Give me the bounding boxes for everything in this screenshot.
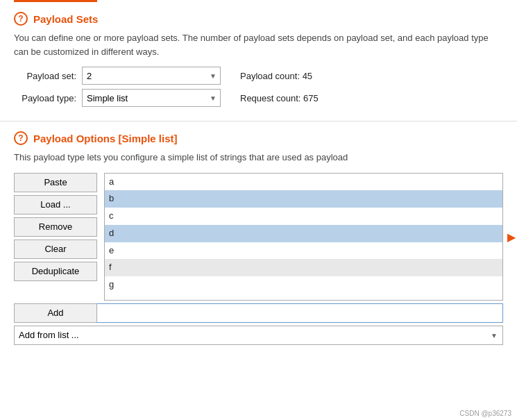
payload-set-label: Payload set: xyxy=(14,71,76,81)
list-area: Paste Load ... Remove Clear Deduplicate … xyxy=(14,173,503,301)
list-item[interactable]: f xyxy=(105,259,502,276)
list-container[interactable]: a b c d e f g xyxy=(104,173,503,301)
payload-sets-section: ? Payload Sets You can define one or mor… xyxy=(0,2,517,121)
payload-type-select-wrapper: Simple list Runtime file Custom iterator… xyxy=(82,89,221,107)
paste-button[interactable]: Paste xyxy=(14,173,97,192)
add-from-list-select[interactable]: Add from list ... xyxy=(14,326,503,345)
payload-options-description: This payload type lets you configure a s… xyxy=(14,151,503,165)
list-item[interactable]: c xyxy=(105,208,502,225)
list-item[interactable]: b xyxy=(105,190,502,208)
payload-sets-description: You can define one or more payload sets.… xyxy=(14,31,503,58)
add-input[interactable] xyxy=(97,303,503,323)
payload-sets-header: ? Payload Sets xyxy=(14,12,503,26)
payload-type-row: Payload type: Simple list Runtime file C… xyxy=(14,89,503,107)
list-item[interactable]: d xyxy=(105,225,502,242)
list-item[interactable]: a xyxy=(105,174,502,191)
remove-button[interactable]: Remove xyxy=(14,217,97,237)
add-row: Add xyxy=(14,303,503,323)
deduplicate-button[interactable]: Deduplicate xyxy=(14,262,97,281)
payload-type-select[interactable]: Simple list Runtime file Custom iterator… xyxy=(82,89,221,107)
payload-options-title: Payload Options [Simple list] xyxy=(33,133,178,144)
payload-sets-title: Payload Sets xyxy=(33,13,98,25)
list-wrapper: a b c d e f g ▶ xyxy=(104,173,503,301)
watermark: CSDN @p36273 xyxy=(459,410,511,417)
scroll-right-arrow[interactable]: ▶ xyxy=(507,230,516,243)
payload-options-help-icon[interactable]: ? xyxy=(14,131,28,145)
add-button[interactable]: Add xyxy=(14,303,97,323)
request-count-label: Request count: 675 xyxy=(240,93,319,103)
payload-options-section: ? Payload Options [Simple list] This pay… xyxy=(0,121,517,355)
list-button-column: Paste Load ... Remove Clear Deduplicate xyxy=(14,173,104,301)
list-item[interactable]: e xyxy=(105,242,502,260)
payload-sets-help-icon[interactable]: ? xyxy=(14,12,28,26)
list-item[interactable]: g xyxy=(105,276,502,294)
payload-set-select[interactable]: 1 2 3 4 xyxy=(82,67,221,85)
payload-set-row: Payload set: 1 2 3 4 ▼ Payload count: 45 xyxy=(14,67,503,85)
load-button[interactable]: Load ... xyxy=(14,195,97,215)
payload-count-label: Payload count: 45 xyxy=(240,71,312,81)
payload-options-header: ? Payload Options [Simple list] xyxy=(14,131,503,145)
payload-set-select-wrapper: 1 2 3 4 ▼ xyxy=(82,67,221,85)
add-from-list-wrapper: Add from list ... ▼ xyxy=(14,326,503,345)
payload-type-label: Payload type: xyxy=(14,93,76,103)
clear-button[interactable]: Clear xyxy=(14,240,97,259)
list-items-scroll[interactable]: a b c d e f g xyxy=(105,174,502,300)
